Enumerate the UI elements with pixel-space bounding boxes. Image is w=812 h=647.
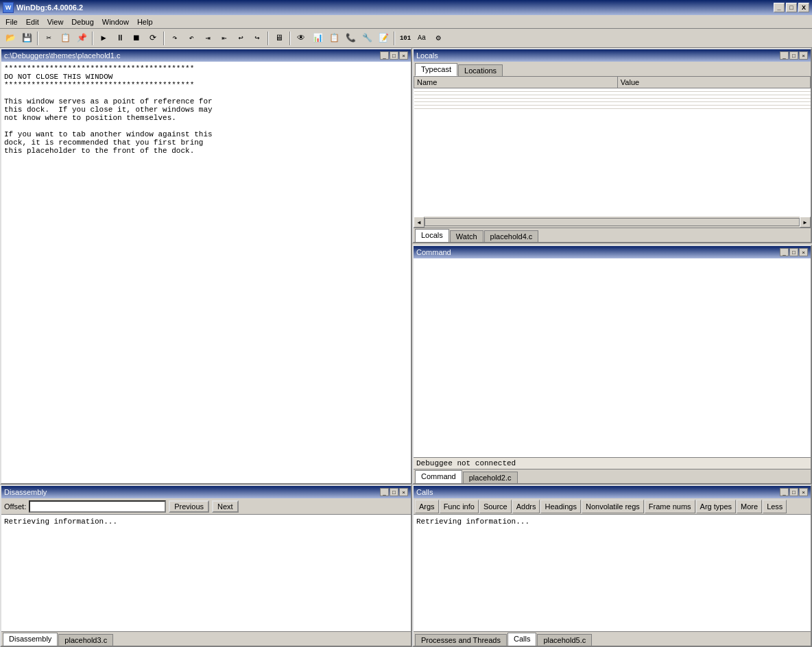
tb-btn12[interactable]: ↪ [250, 31, 265, 46]
tab-placehold4[interactable]: placehold4.c [484, 230, 539, 242]
tb-btn4[interactable]: ⏸ [112, 31, 128, 46]
command-bottom-tabs: Command placehold2.c [414, 469, 811, 483]
maximize-button[interactable]: □ [786, 3, 797, 12]
tb-watch[interactable]: 👁 [294, 31, 309, 46]
tb-sep6 [394, 32, 395, 45]
tab-placehold2[interactable]: placehold2.c [463, 472, 518, 483]
calls-source-btn[interactable]: Source [479, 500, 512, 513]
scroll-left-btn[interactable]: ◀ [414, 217, 425, 228]
bottom-row: Disassembly _ □ × Offset: Previous Next … [0, 485, 812, 647]
menu-window[interactable]: Window [98, 16, 133, 27]
tab-processes-threads[interactable]: Processes and Threads [415, 634, 507, 646]
tab-placehold5[interactable]: placehold5.c [537, 634, 592, 646]
menu-edit[interactable]: Edit [22, 16, 43, 27]
tb-locals[interactable]: 📊 [310, 31, 325, 46]
title-bar-buttons: _ □ X [774, 3, 809, 12]
scroll-right-btn[interactable]: ▶ [800, 217, 811, 228]
calls-toolbar: Args Func info Source Addrs Headings Non… [414, 498, 811, 515]
tb-paste[interactable]: 📌 [74, 31, 89, 46]
tab-watch-bottom[interactable]: Watch [450, 230, 483, 242]
locals-close[interactable]: × [799, 51, 808, 60]
calls-args-btn[interactable]: Args [415, 500, 439, 513]
col-value: Value [617, 77, 810, 88]
scroll-track[interactable] [425, 218, 800, 226]
tab-placehold3[interactable]: placehold3.c [58, 634, 113, 646]
tb-btn5[interactable]: ⏹ [129, 31, 144, 46]
tb-btn6[interactable]: ⟳ [145, 31, 160, 46]
disasm-close[interactable]: × [399, 488, 408, 496]
calls-less-btn[interactable]: Less [763, 500, 787, 513]
calls-headings-btn[interactable]: Headings [540, 500, 580, 513]
tb-save[interactable]: 💾 [19, 31, 34, 46]
locals-maximize[interactable]: □ [789, 51, 798, 60]
tb-copy[interactable]: 📋 [58, 31, 73, 46]
tab-locations[interactable]: Locations [458, 64, 503, 76]
placeholder-content: ****************************************… [1, 62, 411, 483]
tb-disasm[interactable]: 🔧 [359, 31, 374, 46]
locals-minimize[interactable]: _ [780, 51, 789, 60]
tb-btn9[interactable]: ⇥ [200, 31, 215, 46]
tb-btn3[interactable]: ▶ [96, 31, 111, 46]
tb-regs[interactable]: 📋 [326, 31, 342, 46]
tb-scratch[interactable]: 📝 [376, 31, 391, 46]
tab-locals-bottom[interactable]: Locals [415, 229, 449, 242]
command-status: Debuggee not connected [414, 457, 811, 469]
tb-open[interactable]: 📂 [3, 31, 18, 46]
calls-minimize[interactable]: _ [780, 488, 789, 496]
tab-command-bottom[interactable]: Command [415, 470, 462, 483]
command-maximize[interactable]: □ [789, 248, 798, 256]
previous-button[interactable]: Previous [169, 500, 209, 513]
close-button[interactable]: X [798, 3, 809, 12]
tb-memory[interactable]: 🖥 [272, 31, 287, 46]
minimize-button[interactable]: _ [774, 3, 785, 12]
placeholder-close[interactable]: × [399, 51, 408, 60]
calls-addrs-btn[interactable]: Addrs [512, 500, 540, 513]
next-button[interactable]: Next [212, 500, 239, 513]
tab-typecast[interactable]: Typecast [415, 63, 457, 76]
tb-settings[interactable]: ⚙ [431, 31, 446, 46]
disasm-title-buttons: _ □ × [380, 488, 408, 496]
right-panel-group: Locals _ □ × Typecast Locations [412, 48, 812, 485]
calls-close[interactable]: × [799, 488, 808, 496]
tab-calls-bottom[interactable]: Calls [508, 633, 536, 646]
placeholder-panel: c:\Debuggers\themes\placehold1.c _ □ × *… [0, 48, 412, 485]
placeholder-maximize[interactable]: □ [390, 51, 398, 60]
app-icon: W [3, 2, 14, 13]
disasm-minimize[interactable]: _ [380, 488, 389, 496]
tb-btn8[interactable]: ↶ [184, 31, 199, 46]
calls-bottom-tabs: Processes and Threads Calls placehold5.c [414, 631, 811, 646]
disassembly-panel: Disassembly _ □ × Offset: Previous Next … [0, 485, 412, 647]
disasm-maximize[interactable]: □ [390, 488, 398, 496]
command-status-text: Debuggee not connected [416, 459, 516, 467]
command-close[interactable]: × [799, 248, 808, 256]
menu-file[interactable]: File [1, 16, 22, 27]
tb-btn10[interactable]: ⇤ [217, 31, 232, 46]
tb-hex[interactable]: 101 [398, 31, 413, 46]
calls-panel: Calls _ □ × Args Func info Source Addrs … [412, 485, 812, 647]
locals-tab-bar: Typecast Locations [414, 62, 811, 76]
title-bar-left: W WinDbg:6.4.0006.2 [3, 2, 83, 13]
calls-nonvolatile-btn[interactable]: Nonvolatile regs [582, 500, 644, 513]
tb-btn7[interactable]: ↷ [167, 31, 182, 46]
command-titlebar: Command _ □ × [414, 246, 811, 258]
offset-input[interactable] [29, 500, 166, 513]
menu-help[interactable]: Help [133, 16, 157, 27]
tb-cut[interactable]: ✂ [41, 31, 56, 46]
calls-funcinfo-btn[interactable]: Func info [440, 500, 479, 513]
col-name: Name [414, 77, 618, 88]
calls-more-btn[interactable]: More [737, 500, 762, 513]
tb-font[interactable]: Aa [414, 31, 429, 46]
calls-framenums-btn[interactable]: Frame nums [645, 500, 695, 513]
calls-maximize[interactable]: □ [789, 488, 798, 496]
menu-view[interactable]: View [43, 16, 68, 27]
tab-disasm-bottom[interactable]: Disassembly [3, 633, 58, 646]
title-bar: W WinDbg:6.4.0006.2 _ □ X [0, 0, 812, 15]
disasm-titlebar: Disassembly _ □ × [1, 486, 411, 498]
tb-calls[interactable]: 📞 [343, 31, 358, 46]
menu-debug[interactable]: Debug [67, 16, 97, 27]
command-minimize[interactable]: _ [780, 248, 789, 256]
disasm-title: Disassembly [4, 488, 47, 496]
tb-btn11[interactable]: ↩ [233, 31, 248, 46]
calls-argtypes-btn[interactable]: Arg types [696, 500, 736, 513]
placeholder-minimize[interactable]: _ [380, 51, 389, 60]
